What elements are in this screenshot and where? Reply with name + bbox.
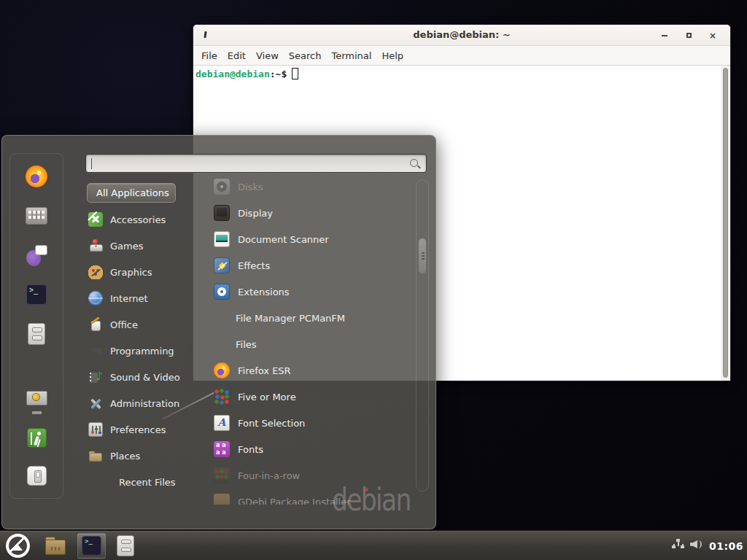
app-effects-icon	[214, 257, 230, 273]
maximize-button[interactable]	[684, 31, 693, 40]
category-label: Internet	[110, 293, 148, 304]
app-label: Files	[236, 339, 257, 350]
category-sound-video[interactable]: Sound & Video	[85, 364, 195, 390]
app-fourrow-icon	[214, 467, 230, 483]
category-all-applications[interactable]: All Applications	[87, 183, 176, 203]
category-label: Games	[110, 241, 143, 252]
app-firefox-icon	[214, 362, 230, 378]
tray-volume[interactable]	[690, 539, 703, 553]
package-manager-icon	[26, 207, 47, 225]
file-manager-icon	[28, 323, 45, 345]
category-label: Sound & Video	[110, 372, 180, 383]
terminal-scrollbar[interactable]	[721, 66, 730, 381]
menubar-edit[interactable]: Edit	[222, 50, 251, 61]
app-firefox-esr[interactable]: Firefox ESR	[193, 357, 411, 384]
app-label: Fonts	[238, 444, 263, 455]
app-five-or-more[interactable]: Five or More	[193, 384, 411, 410]
favorite-file-manager[interactable]	[24, 323, 49, 345]
menu-scrollbar-thumb[interactable]	[418, 238, 427, 274]
close-button[interactable]: ×	[708, 31, 717, 40]
app-label: Firefox ESR	[238, 365, 291, 376]
taskbar: 01:06	[0, 530, 747, 560]
application-menu: All ApplicationsAccessoriesGamesGraphics…	[1, 135, 436, 529]
terminal-scrollbar-thumb[interactable]	[723, 68, 728, 378]
session-lock-screen[interactable]	[24, 389, 49, 411]
cat-programming-icon	[88, 343, 103, 358]
cat-preferences-icon	[88, 422, 103, 437]
terminal-cursor	[292, 68, 298, 79]
volume-icon	[690, 539, 703, 550]
favorite-terminal[interactable]	[24, 284, 49, 306]
category-preferences[interactable]: Preferences	[85, 416, 195, 443]
prompt-path: :~$	[270, 69, 287, 79]
category-label: Preferences	[110, 424, 166, 435]
menubar-view[interactable]: View	[251, 50, 284, 61]
app-fonts[interactable]: Fonts	[193, 436, 411, 462]
category-label: Places	[110, 451, 140, 462]
menubar-help[interactable]: Help	[376, 50, 409, 61]
network-icon	[672, 539, 684, 550]
favorite-pidgin[interactable]	[24, 244, 49, 266]
session-shut-down[interactable]	[24, 464, 49, 486]
app-display[interactable]: Display	[193, 200, 411, 226]
launcher-files-folder[interactable]	[41, 534, 70, 557]
lock-screen-icon	[26, 389, 47, 410]
menu-scrollbar[interactable]	[416, 179, 429, 491]
category-recent-files[interactable]: Recent Files	[85, 469, 195, 495]
app-font-selection[interactable]: Font Selection	[193, 410, 411, 436]
app-file-manager-pcmanfm[interactable]: File Manager PCManFM	[193, 305, 411, 331]
favorites-panel	[9, 153, 63, 499]
minimize-button[interactable]	[660, 31, 669, 40]
app-five-icon	[214, 389, 230, 405]
pidgin-icon	[26, 244, 47, 266]
menubar-terminal[interactable]: Terminal	[326, 50, 376, 61]
category-accessories[interactable]: Accessories	[85, 206, 195, 233]
menu-icon	[6, 534, 30, 558]
category-graphics[interactable]: Graphics	[85, 259, 195, 285]
app-disks[interactable]: Disks	[193, 179, 411, 200]
app-document-scanner[interactable]: Document Scanner	[193, 226, 411, 252]
category-office[interactable]: Office	[85, 311, 195, 338]
category-label: Administration	[110, 398, 179, 409]
category-programming[interactable]: Programming	[85, 338, 195, 364]
clock[interactable]: 01:06	[709, 540, 743, 552]
session-log-out[interactable]	[24, 427, 49, 448]
menubar-file[interactable]: File	[196, 50, 222, 61]
tray-network[interactable]	[672, 539, 684, 553]
category-administration[interactable]: Administration	[85, 390, 195, 416]
app-extensions[interactable]: Extensions	[193, 279, 411, 305]
shut-down-icon	[27, 466, 47, 486]
terminal-prompt: debian@debian:~$	[196, 68, 298, 79]
search-input[interactable]	[85, 154, 427, 173]
desktop[interactable]: debian@debian: ~ × FileEditViewSearchTer…	[0, 0, 747, 560]
app-effects[interactable]: Effects	[193, 252, 411, 279]
app-files[interactable]: Files	[193, 331, 411, 357]
cat-accessories-icon	[88, 212, 103, 227]
favorite-package-manager[interactable]	[24, 205, 49, 227]
app-display-icon	[214, 205, 230, 221]
launcher-terminal[interactable]	[77, 533, 106, 559]
category-places[interactable]: Places	[85, 443, 195, 469]
cat-soundvideo-icon	[88, 370, 103, 384]
terminal-titlebar[interactable]: debian@debian: ~ ×	[193, 25, 730, 46]
app-disks-icon	[214, 179, 230, 195]
app-scanner-icon	[214, 231, 230, 247]
application-list[interactable]: DisksDisplayDocument ScannerEffectsExten…	[193, 179, 411, 505]
category-label: Programming	[110, 346, 174, 357]
firefox-icon	[26, 166, 47, 187]
category-label: Graphics	[110, 267, 152, 278]
menubar-search[interactable]: Search	[284, 50, 327, 61]
category-label: Office	[110, 319, 138, 330]
app-label: Display	[238, 208, 273, 219]
files-folder-icon	[44, 537, 66, 555]
favorite-firefox[interactable]	[24, 166, 49, 187]
debian-watermark: debian	[332, 485, 411, 516]
app-label: Effects	[238, 260, 270, 271]
launcher-file-cabinet[interactable]	[113, 533, 138, 559]
cat-office-icon	[88, 317, 103, 332]
category-games[interactable]: Games	[85, 233, 195, 259]
category-internet[interactable]: Internet	[85, 285, 195, 311]
launcher-menu[interactable]	[2, 532, 34, 560]
debian-logo-red-dot	[365, 488, 368, 491]
search-icon	[409, 158, 421, 170]
